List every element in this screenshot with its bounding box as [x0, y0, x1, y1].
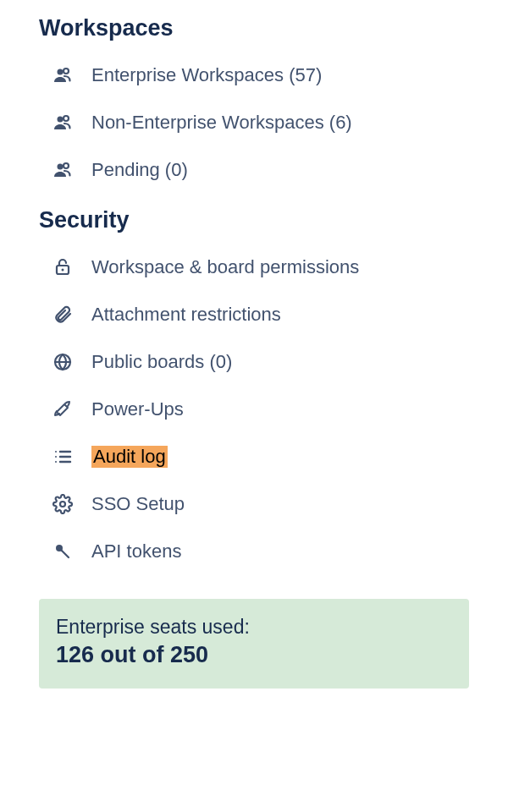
workspaces-nav: Enterprise Workspaces (57) Non-Enterpris… [39, 52, 469, 194]
svg-point-10 [55, 456, 57, 458]
globe-icon [51, 350, 75, 374]
svg-point-15 [60, 502, 65, 507]
paperclip-icon [51, 303, 75, 326]
sidebar-item-label: Workspace & board permissions [91, 256, 359, 278]
svg-point-7 [62, 269, 64, 272]
seats-card: Enterprise seats used: 126 out of 250 [39, 599, 469, 689]
svg-point-4 [58, 164, 64, 170]
gear-icon [51, 492, 75, 516]
security-nav: Workspace & board permissions Attachment… [39, 244, 469, 575]
rocket-icon [51, 398, 75, 421]
svg-point-5 [64, 163, 69, 168]
sidebar-item-pending-workspaces[interactable]: Pending (0) [39, 146, 469, 194]
sidebar-item-api-tokens[interactable]: API tokens [39, 528, 469, 575]
people-icon [51, 158, 75, 182]
sidebar-item-enterprise-workspaces[interactable]: Enterprise Workspaces (57) [39, 52, 469, 99]
sidebar-item-label: Public boards (0) [91, 351, 232, 373]
workspaces-heading: Workspaces [39, 15, 469, 41]
sidebar-item-attachment-restrictions[interactable]: Attachment restrictions [39, 291, 469, 338]
sidebar-item-audit-log[interactable]: Audit log [39, 433, 469, 480]
sidebar-item-label: Pending (0) [91, 159, 188, 181]
key-icon [51, 540, 75, 563]
seats-title: Enterprise seats used: [56, 616, 452, 639]
svg-point-0 [58, 69, 64, 75]
sidebar-item-label: Audit log [91, 446, 168, 468]
people-icon [51, 111, 75, 134]
svg-point-2 [58, 117, 64, 123]
sidebar-item-label: SSO Setup [91, 493, 185, 515]
sidebar-item-label: API tokens [91, 540, 181, 562]
svg-point-11 [55, 461, 57, 463]
sidebar-item-label: Attachment restrictions [91, 304, 281, 326]
sidebar-item-public-boards[interactable]: Public boards (0) [39, 338, 469, 386]
sidebar-item-sso-setup[interactable]: SSO Setup [39, 480, 469, 528]
sidebar-item-non-enterprise-workspaces[interactable]: Non-Enterprise Workspaces (6) [39, 99, 469, 146]
security-heading: Security [39, 207, 469, 233]
sidebar-item-label: Enterprise Workspaces (57) [91, 64, 322, 86]
list-icon [51, 445, 75, 469]
people-icon [51, 63, 75, 87]
sidebar-item-permissions[interactable]: Workspace & board permissions [39, 244, 469, 291]
lock-icon [51, 255, 75, 279]
svg-point-9 [55, 451, 57, 453]
sidebar-item-label: Non-Enterprise Workspaces (6) [91, 112, 352, 134]
sidebar-item-label: Power-Ups [91, 398, 184, 420]
sidebar-item-power-ups[interactable]: Power-Ups [39, 386, 469, 433]
svg-point-3 [64, 116, 69, 121]
svg-point-1 [64, 69, 69, 74]
seats-value: 126 out of 250 [56, 642, 452, 668]
